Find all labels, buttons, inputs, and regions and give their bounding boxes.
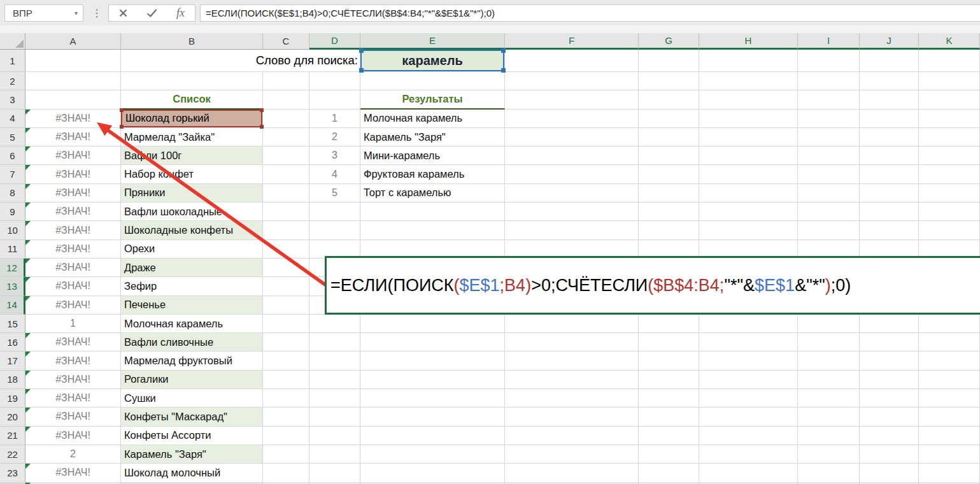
cell-H3[interactable] <box>699 90 798 109</box>
cell-G10[interactable] <box>639 221 699 239</box>
cell-K17[interactable] <box>919 352 980 370</box>
insert-function-button[interactable]: fx <box>170 5 192 21</box>
cell-J21[interactable] <box>860 427 919 445</box>
cell-C20[interactable] <box>263 408 309 426</box>
cell-B2[interactable] <box>121 72 263 90</box>
cell-G16[interactable] <box>639 333 699 352</box>
selection-handle[interactable] <box>501 48 506 53</box>
cell-E17[interactable] <box>360 352 505 370</box>
cell-C12[interactable] <box>263 259 309 277</box>
cell-B15[interactable]: Молочная карамель <box>121 315 263 333</box>
cell-H1[interactable] <box>699 50 798 72</box>
row-header-11[interactable]: 11 <box>0 240 25 259</box>
cell-F9[interactable] <box>505 203 639 221</box>
list-header-cell[interactable]: Список <box>121 90 263 109</box>
cell-I2[interactable] <box>798 72 860 90</box>
cell-C2[interactable] <box>263 72 309 90</box>
cell-B8[interactable]: Пряники <box>121 184 263 203</box>
cell-A17[interactable]: #ЗНАЧ! <box>25 352 121 370</box>
cell-B21[interactable]: Конфеты Ассорти <box>121 427 263 445</box>
cell-C23[interactable] <box>263 464 309 482</box>
cell-F17[interactable] <box>505 352 639 370</box>
cell-F3[interactable] <box>505 90 639 109</box>
cell-E8[interactable]: Торт с карамелью <box>360 184 505 203</box>
cell-D18[interactable] <box>309 371 360 389</box>
cell-D15[interactable] <box>309 315 360 333</box>
cell-I20[interactable] <box>798 408 860 426</box>
cell-C17[interactable] <box>263 352 309 370</box>
cell-F7[interactable] <box>505 165 639 183</box>
cell-J5[interactable] <box>860 128 919 146</box>
cell-B23[interactable]: Шоколад молочный <box>121 464 263 482</box>
cell-G22[interactable] <box>639 445 699 464</box>
row-header-10[interactable]: 10 <box>0 221 25 239</box>
column-header-E[interactable]: E <box>360 33 505 50</box>
cell-E18[interactable] <box>360 371 505 389</box>
cell-K2[interactable] <box>919 72 980 90</box>
cell-B5[interactable]: Мармелад "Зайка" <box>121 128 263 146</box>
cell-F1[interactable] <box>505 50 639 72</box>
cell-K4[interactable] <box>919 110 980 128</box>
cell-C15[interactable] <box>263 315 309 333</box>
cell-K5[interactable] <box>919 128 980 146</box>
cell-B10[interactable]: Шоколадные конфеты <box>121 221 263 239</box>
cell-C4[interactable] <box>263 110 309 128</box>
cell-C16[interactable] <box>263 333 309 352</box>
cell-C19[interactable] <box>263 389 309 408</box>
selection-handle[interactable] <box>501 68 506 73</box>
cell-A7[interactable]: #ЗНАЧ! <box>25 165 121 183</box>
cell-J7[interactable] <box>860 165 919 183</box>
row-header-7[interactable]: 7 <box>0 165 25 183</box>
cell-F4[interactable] <box>505 110 639 128</box>
cell-E15[interactable] <box>360 315 505 333</box>
cell-J6[interactable] <box>860 146 919 165</box>
cell-D3[interactable] <box>309 90 360 109</box>
column-header-A[interactable]: A <box>25 33 121 50</box>
cell-I6[interactable] <box>798 146 860 165</box>
cell-I16[interactable] <box>798 333 860 352</box>
cell-D23[interactable] <box>309 464 360 482</box>
results-header-cell[interactable]: Результаты <box>360 90 505 109</box>
cell-E16[interactable] <box>360 333 505 352</box>
cell-D9[interactable] <box>309 203 360 221</box>
column-header-F[interactable]: F <box>505 33 639 50</box>
row-header-22[interactable]: 22 <box>0 445 25 464</box>
cell-A11[interactable]: #ЗНАЧ! <box>25 240 121 259</box>
row-header-23[interactable]: 23 <box>0 464 25 482</box>
row-header-6[interactable]: 6 <box>0 146 25 165</box>
cell-E23[interactable] <box>360 464 505 482</box>
cell-H19[interactable] <box>699 389 798 408</box>
cell-B4[interactable]: Шоколад горький <box>121 110 263 128</box>
cell-K7[interactable] <box>919 165 980 183</box>
cell-F8[interactable] <box>505 184 639 203</box>
cell-K16[interactable] <box>919 333 980 352</box>
cell-G15[interactable] <box>639 315 699 333</box>
cell-F16[interactable] <box>505 333 639 352</box>
selection-handle[interactable] <box>359 68 364 73</box>
cell-J4[interactable] <box>860 110 919 128</box>
cancel-button[interactable] <box>113 5 134 21</box>
cell-J15[interactable] <box>860 315 919 333</box>
cell-C18[interactable] <box>263 371 309 389</box>
cell-I15[interactable] <box>798 315 860 333</box>
cell-E21[interactable] <box>360 427 505 445</box>
selection-handle[interactable] <box>120 125 124 129</box>
cell-H7[interactable] <box>699 165 798 183</box>
cell-J20[interactable] <box>860 408 919 426</box>
cell-H10[interactable] <box>699 221 798 239</box>
cell-G18[interactable] <box>639 371 699 389</box>
cell-F18[interactable] <box>505 371 639 389</box>
cell-C9[interactable] <box>263 203 309 221</box>
formula-bar-input[interactable]: =ЕСЛИ(ПОИСК($E$1;B4)>0;СЧЁТЕСЛИ($B$4:B4;… <box>200 4 980 22</box>
cell-G23[interactable] <box>639 464 699 482</box>
cell-I23[interactable] <box>798 464 860 482</box>
cell-A9[interactable]: #ЗНАЧ! <box>25 203 121 221</box>
cell-A15[interactable]: 1 <box>25 315 121 333</box>
cell-F23[interactable] <box>505 464 639 482</box>
cell-J8[interactable] <box>860 184 919 203</box>
cell-B17[interactable]: Мармелад фруктовый <box>121 352 263 370</box>
cell-C21[interactable] <box>263 427 309 445</box>
cell-A1[interactable] <box>25 50 121 72</box>
row-header-21[interactable]: 21 <box>0 427 25 445</box>
cell-B16[interactable]: Вафли сливочные <box>121 333 263 352</box>
